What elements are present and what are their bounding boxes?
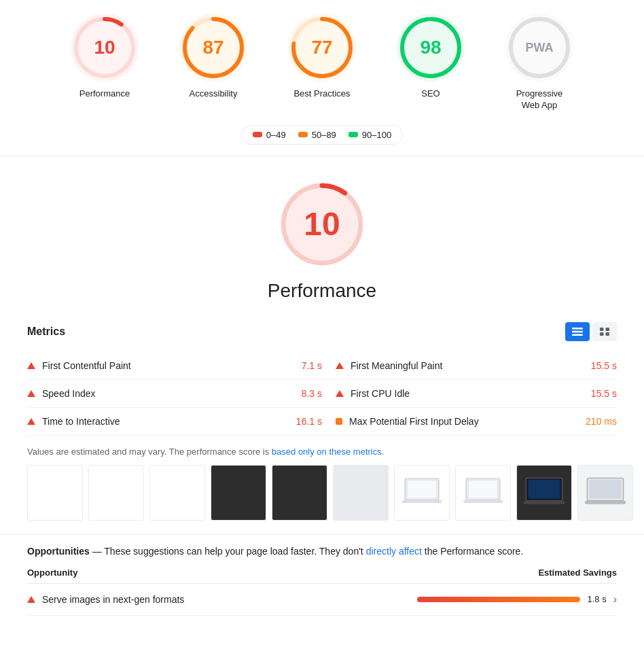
toggle-btn-grid[interactable] [592, 322, 617, 341]
score-label-seo: SEO [421, 88, 440, 100]
metric-icon-fmp [336, 362, 344, 369]
metric-value-mpfid: 210 ms [586, 416, 617, 427]
score-item-performance[interactable]: 10 Performance [57, 14, 152, 100]
filmstrip-frame-4 [211, 465, 266, 521]
filmstrip-frame-10 [577, 465, 633, 521]
metric-name-tti: Time to Interactive [42, 416, 289, 427]
legend-dot-mid [298, 132, 308, 137]
metric-row-tti: Time to Interactive 16.1 s [27, 408, 322, 436]
metric-name-fcp: First Contentful Paint [42, 360, 295, 371]
opp-row-next-gen-images: Serve images in next-gen formats 1.8 s › [27, 584, 617, 616]
main-score-title: Performance [268, 280, 376, 302]
main-score-section: 10 Performance [0, 156, 644, 322]
metric-icon-fcp [27, 362, 35, 369]
svg-rect-29 [590, 480, 622, 499]
metric-value-fcp: 7.1 s [302, 360, 322, 371]
svg-rect-27 [524, 500, 565, 504]
opp-name-next-gen: Serve images in next-gen formats [42, 594, 410, 605]
opportunities-link[interactable]: directly affect [366, 546, 422, 557]
metrics-title: Metrics [27, 326, 65, 338]
scores-section: 10 Performance 87 Accessibility 77 Best … [0, 0, 644, 118]
main-score-value: 10 [304, 205, 340, 243]
opp-icon-next-gen [27, 596, 35, 603]
legend-label-low: 0–49 [266, 130, 286, 140]
filmstrip-frame-7 [394, 465, 450, 521]
score-value-bestpractices: 77 [311, 37, 332, 58]
metric-name-mpfid: Max Potential First Input Delay [349, 416, 579, 427]
svg-rect-21 [402, 500, 442, 503]
gauge-accessibility: 87 [179, 14, 247, 82]
opportunities-header: Opportunities — These suggestions can he… [27, 535, 617, 562]
opportunities-table-header: Opportunity Estimated Savings [27, 562, 617, 584]
legend-label-mid: 50–89 [312, 130, 336, 140]
metric-name-fmp: First Meaningful Paint [351, 360, 584, 371]
metric-row-mpfid: Max Potential First Input Delay 210 ms [322, 408, 617, 436]
score-label-pwa: ProgressiveWeb App [516, 88, 563, 111]
metrics-note-link[interactable]: based only on these metrics [272, 447, 382, 457]
metric-icon-fci [336, 390, 344, 397]
score-item-bestpractices[interactable]: 77 Best Practices [274, 14, 370, 100]
svg-rect-24 [463, 500, 503, 503]
svg-rect-13 [572, 331, 583, 333]
legend-dot-high [348, 132, 358, 137]
metric-value-fci: 15.5 s [591, 388, 617, 399]
score-item-pwa[interactable]: PWA ProgressiveWeb App [492, 14, 587, 111]
metrics-toggle [565, 322, 617, 341]
opp-chevron-next-gen[interactable]: › [613, 593, 617, 606]
metric-name-fci: First CPU Idle [351, 388, 584, 399]
gauge-seo: 98 [397, 14, 465, 82]
gauge-bestpractices: 77 [288, 14, 356, 82]
metrics-grid: First Contentful Paint 7.1 s First Meani… [27, 352, 617, 436]
toggle-btn-list[interactable] [565, 322, 590, 341]
score-item-seo[interactable]: 98 SEO [383, 14, 478, 100]
score-value-performance: 10 [94, 37, 115, 58]
metric-icon-mpfid [336, 418, 342, 425]
svg-rect-14 [572, 334, 583, 336]
svg-rect-17 [600, 332, 604, 336]
svg-rect-23 [469, 481, 497, 498]
legend-item-low: 0–49 [253, 130, 286, 140]
opp-value-next-gen: 1.8 s [587, 594, 606, 604]
svg-rect-18 [606, 332, 610, 336]
metric-row-fci: First CPU Idle 15.5 s [322, 380, 617, 408]
filmstrip-frame-8 [455, 465, 511, 521]
opp-col-savings: Estimated Savings [538, 568, 617, 578]
legend-item-mid: 50–89 [298, 130, 336, 140]
legend: 0–49 50–89 90–100 [0, 125, 644, 145]
score-label-performance: Performance [79, 88, 130, 100]
filmstrip [0, 465, 644, 534]
metric-icon-tti [27, 418, 35, 425]
filmstrip-frame-5 [272, 465, 327, 521]
opp-col-opportunity: Opportunity [27, 568, 77, 578]
svg-rect-30 [585, 500, 626, 504]
filmstrip-frame-9 [516, 465, 572, 521]
opportunities-section: Opportunities — These suggestions can he… [0, 534, 644, 616]
metric-value-tti: 16.1 s [296, 416, 322, 427]
metric-row-si: Speed Index 8.3 s [27, 380, 322, 408]
gauge-performance: 10 [71, 14, 139, 82]
legend-dot-low [253, 132, 262, 137]
metrics-note: Values are estimated and may vary. The p… [27, 436, 617, 465]
metrics-section: Metrics First Conte [0, 322, 644, 465]
score-value-seo: 98 [420, 37, 441, 58]
metric-value-si: 8.3 s [302, 388, 322, 399]
filmstrip-frame-2 [88, 465, 144, 521]
filmstrip-frame-3 [149, 465, 205, 521]
svg-rect-12 [572, 328, 583, 330]
svg-rect-16 [606, 328, 610, 331]
opp-bar [417, 597, 580, 602]
metric-name-si: Speed Index [42, 388, 295, 399]
metric-value-fmp: 15.5 s [591, 360, 617, 371]
filmstrip-frame-1 [27, 465, 83, 521]
svg-rect-15 [600, 328, 604, 331]
main-gauge: 10 [274, 177, 370, 272]
score-value-accessibility: 87 [202, 37, 223, 58]
legend-label-high: 90–100 [362, 130, 391, 140]
metrics-header: Metrics [27, 322, 617, 341]
pwa-label: PWA [525, 41, 553, 55]
score-item-accessibility[interactable]: 87 Accessibility [166, 14, 261, 100]
metric-icon-si [27, 390, 35, 397]
score-label-bestpractices: Best Practices [293, 88, 350, 100]
gauge-pwa: PWA [505, 14, 573, 82]
filmstrip-frame-6 [333, 465, 389, 521]
